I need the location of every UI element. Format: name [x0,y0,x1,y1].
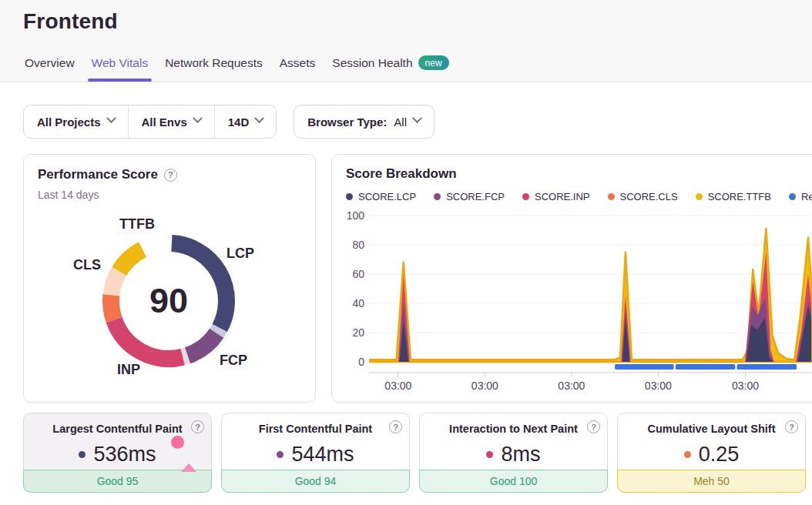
tab-overview[interactable]: Overview [23,56,76,82]
web-vitals-page: Frontend Overview Web Vitals Network Req… [0,0,812,505]
performance-score-card: Performance Score ? Last 14 days TTFB LC… [23,154,316,403]
cls-status-badge: Meh 50 [617,470,806,493]
date-range-filter[interactable]: 14D [214,105,277,138]
score-breakdown-chart[interactable]: 03:0003:0003:0003:0003:00 [369,210,812,392]
donut-label-lcp: LCP [226,246,254,262]
help-icon[interactable]: ? [389,420,402,433]
legend-item[interactable]: Releases [789,191,812,202]
donut-label-fcp: FCP [220,353,247,369]
metric-card-cls[interactable]: Cumulative Layout Shift ? 0.25 Meh 50 [617,413,806,493]
cls-value: 0.25 [699,443,740,467]
svg-text:03:00: 03:00 [732,380,759,392]
legend-item[interactable]: SCORE.FCP [434,191,505,202]
tab-bar: Overview Web Vitals Network Requests Ass… [23,55,451,82]
help-icon[interactable]: ? [785,420,798,433]
metric-card-fcp[interactable]: First Contentful Paint ? 544ms Good 94 [221,413,410,493]
cursor-ring-indicator [171,436,184,449]
tab-assets[interactable]: Assets [278,56,317,82]
help-icon[interactable]: ? [191,420,204,433]
score-breakdown-title: Score Breakdown [346,166,457,182]
inp-dot [486,451,493,458]
fcp-dot [277,451,284,458]
legend-dot-icon [522,193,529,200]
lcp-status-badge: Good 95 [23,470,212,493]
filter-bar: All Projects All Envs 14D Browser Type: … [23,105,435,139]
lcp-dot [79,451,86,458]
help-icon[interactable]: ? [587,420,600,433]
svg-text:03:00: 03:00 [645,380,672,392]
metric-card-lcp[interactable]: Largest Contentful Paint ? 536ms Good 95 [23,413,212,493]
svg-text:03:00: 03:00 [471,380,498,392]
tab-web-vitals[interactable]: Web Vitals [90,56,150,82]
legend-dot-icon [696,193,703,200]
page-title: Frontend [23,9,118,34]
svg-text:03:00: 03:00 [384,380,411,392]
performance-score-title: Performance Score [38,167,158,182]
cls-dot [684,451,691,458]
project-filter[interactable]: All Projects [24,105,128,138]
new-badge: new [418,55,449,70]
svg-text:03:00: 03:00 [558,380,585,392]
page-header: Frontend Overview Web Vitals Network Req… [0,0,812,82]
donut-label-inp: INP [117,362,140,378]
legend-item[interactable]: SCORE.TTFB [696,191,771,202]
browser-type-filter[interactable]: Browser Type: All [294,105,434,138]
inp-value: 8ms [501,443,540,467]
environment-filter[interactable]: All Envs [128,105,214,138]
legend-item[interactable]: SCORE.LCP [346,191,416,202]
help-icon[interactable]: ? [164,169,177,182]
tab-session-health[interactable]: Session Health new [331,55,450,82]
chevron-down-icon [106,113,116,123]
performance-score-subtitle: Last 14 days [38,189,99,201]
inp-status-badge: Good 100 [419,470,608,493]
legend-item[interactable]: SCORE.INP [522,191,590,202]
legend-item[interactable]: SCORE.CLS [608,191,678,202]
donut-label-cls: CLS [73,257,101,273]
legend-dot-icon [434,193,441,200]
legend-dot-icon [608,193,615,200]
chart-legend: SCORE.LCPSCORE.FCPSCORE.INPSCORE.CLSSCOR… [346,191,812,202]
chevron-down-icon [254,113,264,123]
score-breakdown-card: Score Breakdown SCORE.LCPSCORE.FCPSCORE.… [331,154,812,403]
performance-score-value: 90 [149,281,188,321]
lcp-value: 536ms [93,443,156,467]
donut-label-ttfb: TTFB [119,216,155,232]
browser-type-group: Browser Type: All [294,105,435,139]
chevron-down-icon [412,113,422,123]
fcp-value: 544ms [291,443,354,467]
metric-card-inp[interactable]: Interaction to Next Paint ? 8ms Good 100 [419,413,608,493]
fcp-status-badge: Good 94 [221,470,410,493]
legend-dot-icon [346,193,353,200]
cursor-triangle-indicator [181,463,196,472]
tab-network-requests[interactable]: Network Requests [163,56,264,82]
page-filter-group: All Projects All Envs 14D [23,105,277,139]
chevron-down-icon [193,113,203,123]
legend-dot-icon [789,193,796,200]
